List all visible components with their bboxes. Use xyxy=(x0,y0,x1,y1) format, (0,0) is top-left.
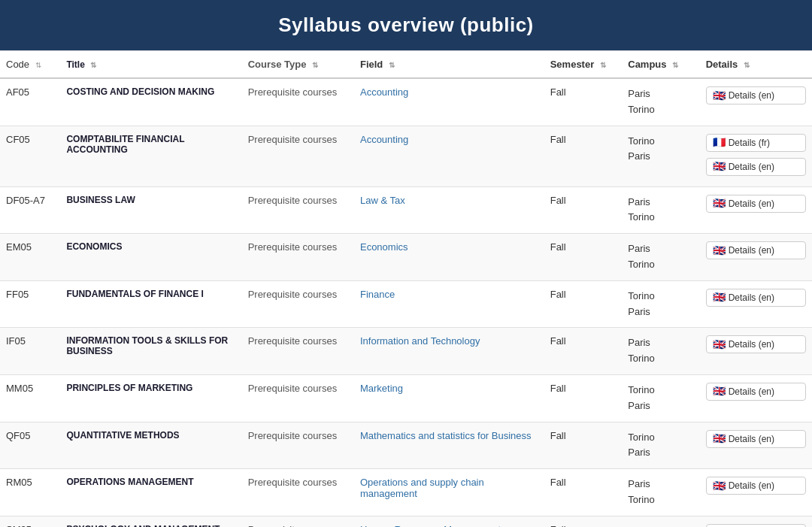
campus-item: Paris xyxy=(628,398,693,414)
cell-campus: ParisTorino xyxy=(622,78,699,126)
cell-campus: ParisTorino xyxy=(622,516,699,527)
cell-field[interactable]: Law & Tax xyxy=(354,186,544,234)
cell-course-type: Prerequisite courses xyxy=(242,422,354,469)
cell-title: COSTING AND DECISION MAKING xyxy=(60,78,241,126)
cell-campus: TorinoParis xyxy=(622,126,699,186)
cell-code: EM05 xyxy=(0,234,60,281)
campus-list: ParisTorino xyxy=(628,241,693,273)
cell-course-type: Prerequisite courses xyxy=(242,78,354,126)
col-header-details[interactable]: Details ⇅ xyxy=(700,51,812,79)
field-link[interactable]: Information and Technology xyxy=(360,335,480,347)
details-button-label: Details (fr) xyxy=(729,138,770,148)
cell-campus: ParisTorino xyxy=(622,328,699,375)
cell-semester: Fall xyxy=(544,422,623,469)
flag-icon-en: 🇬🇧 xyxy=(713,435,725,443)
field-link[interactable]: Finance xyxy=(360,289,395,300)
cell-code: SM05 xyxy=(0,516,60,527)
cell-field[interactable]: Mathematics and statistics for Business xyxy=(354,422,544,469)
flag-icon-en: 🇬🇧 xyxy=(713,482,725,490)
cell-semester: Fall xyxy=(544,126,623,186)
table-row: AF05COSTING AND DECISION MAKINGPrerequis… xyxy=(0,78,812,126)
col-header-campus[interactable]: Campus ⇅ xyxy=(622,51,699,79)
cell-field[interactable]: Accounting xyxy=(354,78,544,126)
cell-code: MM05 xyxy=(0,374,60,422)
details-buttons: 🇬🇧Details (en) xyxy=(706,524,806,527)
details-button-fr[interactable]: 🇫🇷Details (fr) xyxy=(706,134,806,152)
cell-field[interactable]: Accounting xyxy=(354,126,544,186)
table-row: IF05INFORMATION TOOLS & SKILLS FOR BUSIN… xyxy=(0,328,812,375)
details-button-label: Details (en) xyxy=(729,480,774,491)
table-row: FF05FUNDAMENTALS OF FINANCE IPrerequisit… xyxy=(0,280,812,328)
flag-icon-en: 🇬🇧 xyxy=(713,293,725,301)
details-buttons: 🇫🇷Details (fr)🇬🇧Details (en) xyxy=(706,134,806,179)
cell-code: QF05 xyxy=(0,422,60,469)
table-row: RM05OPERATIONS MANAGEMENTPrerequisite co… xyxy=(0,469,812,516)
details-buttons: 🇬🇧Details (en) xyxy=(706,241,806,262)
field-link[interactable]: Law & Tax xyxy=(360,195,405,206)
col-header-title[interactable]: Title ⇅ xyxy=(60,51,241,79)
col-header-semester[interactable]: Semester ⇅ xyxy=(544,51,623,79)
details-buttons: 🇬🇧Details (en) xyxy=(706,335,806,356)
flag-icon-en: 🇬🇧 xyxy=(713,199,725,207)
flag-icon-en: 🇬🇧 xyxy=(713,341,725,349)
details-button-label: Details (en) xyxy=(729,339,774,350)
cell-semester: Fall xyxy=(544,234,623,281)
field-link[interactable]: Marketing xyxy=(360,383,403,394)
field-link[interactable]: Human Resources Management xyxy=(360,524,501,527)
campus-item: Paris xyxy=(628,524,693,527)
field-link[interactable]: Economics xyxy=(360,241,408,253)
details-button-en[interactable]: 🇬🇧Details (en) xyxy=(706,477,806,495)
campus-list: TorinoParis xyxy=(628,430,693,462)
cell-field[interactable]: Operations and supply chain management xyxy=(354,469,544,516)
cell-code: FF05 xyxy=(0,280,60,328)
flag-icon-en: 🇬🇧 xyxy=(713,387,725,395)
details-buttons: 🇬🇧Details (en) xyxy=(706,477,806,498)
field-link[interactable]: Mathematics and statistics for Business xyxy=(360,430,532,441)
campus-item: Torino xyxy=(628,210,693,226)
cell-field[interactable]: Economics xyxy=(354,234,544,281)
table-row: DF05-A7BUSINESS LAWPrerequisite coursesL… xyxy=(0,186,812,234)
details-button-en[interactable]: 🇬🇧Details (en) xyxy=(706,524,806,527)
campus-item: Paris xyxy=(628,149,693,165)
details-button-en[interactable]: 🇬🇧Details (en) xyxy=(706,335,806,353)
field-link[interactable]: Operations and supply chain management xyxy=(360,477,484,499)
details-button-en[interactable]: 🇬🇧Details (en) xyxy=(706,195,806,213)
table-header-row: Code ⇅ Title ⇅ Course Type ⇅ Field ⇅ Sem… xyxy=(0,51,812,79)
cell-code: CF05 xyxy=(0,126,60,186)
details-button-en[interactable]: 🇬🇧Details (en) xyxy=(706,241,806,259)
campus-item: Torino xyxy=(628,492,693,508)
col-header-course-type[interactable]: Course Type ⇅ xyxy=(242,51,354,79)
campus-list: TorinoParis xyxy=(628,289,693,320)
col-header-field[interactable]: Field ⇅ xyxy=(354,51,544,79)
cell-field[interactable]: Human Resources Management xyxy=(354,516,544,527)
details-button-label: Details (en) xyxy=(729,386,774,397)
cell-semester: Fall xyxy=(544,78,623,126)
details-button-en[interactable]: 🇬🇧Details (en) xyxy=(706,383,806,401)
details-button-en[interactable]: 🇬🇧Details (en) xyxy=(706,289,806,307)
cell-semester: Fall xyxy=(544,280,623,328)
col-header-code[interactable]: Code ⇅ xyxy=(0,51,60,79)
campus-item: Paris xyxy=(628,304,693,320)
flag-icon-en: 🇬🇧 xyxy=(713,92,725,100)
cell-campus: ParisTorino xyxy=(622,469,699,516)
campus-list: TorinoParis xyxy=(628,383,693,414)
details-button-en[interactable]: 🇬🇧Details (en) xyxy=(706,86,806,104)
cell-title: FUNDAMENTALS OF FINANCE I xyxy=(60,280,241,328)
cell-course-type: Prerequisite courses xyxy=(242,516,354,527)
page-title: Syllabus overview (public) xyxy=(278,14,534,36)
field-link[interactable]: Accounting xyxy=(360,86,408,98)
table-row: MM05PRINCIPLES OF MARKETINGPrerequisite … xyxy=(0,374,812,422)
field-link[interactable]: Accounting xyxy=(360,134,408,145)
cell-semester: Fall xyxy=(544,516,623,527)
campus-list: ParisTorino xyxy=(628,86,693,118)
cell-field[interactable]: Finance xyxy=(354,280,544,328)
cell-field[interactable]: Information and Technology xyxy=(354,328,544,375)
cell-field[interactable]: Marketing xyxy=(354,374,544,422)
details-button-en[interactable]: 🇬🇧Details (en) xyxy=(706,430,806,448)
campus-item: Torino xyxy=(628,430,693,446)
details-button-en[interactable]: 🇬🇧Details (en) xyxy=(706,158,806,176)
cell-title: OPERATIONS MANAGEMENT xyxy=(60,469,241,516)
cell-course-type: Prerequisite courses xyxy=(242,126,354,186)
cell-campus: ParisTorino xyxy=(622,186,699,234)
cell-details: 🇬🇧Details (en) xyxy=(700,186,812,234)
